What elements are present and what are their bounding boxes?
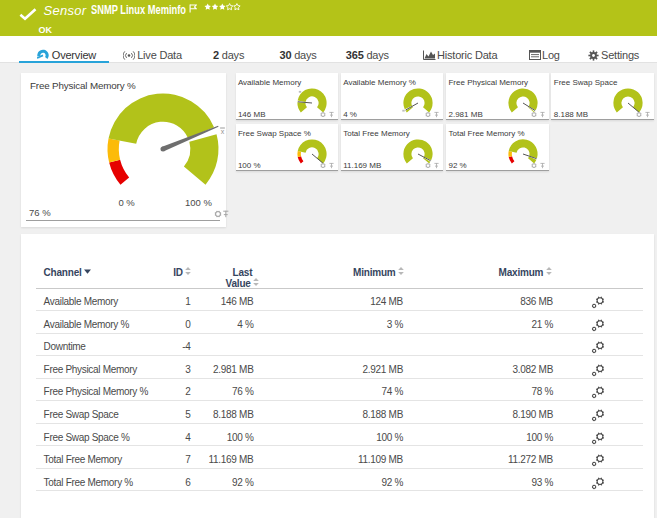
svg-text:x: x <box>221 128 225 135</box>
